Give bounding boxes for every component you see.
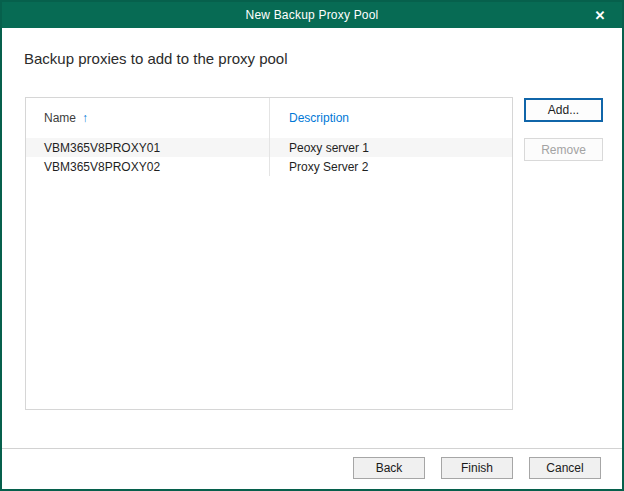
close-icon[interactable]: ✕ [587, 2, 613, 28]
page-title: Backup proxies to add to the proxy pool [24, 50, 288, 67]
row-name-cell: VBM365V8PROXY02 [26, 157, 270, 176]
row-description-cell: Proxy Server 2 [270, 157, 512, 176]
cancel-button[interactable]: Cancel [529, 457, 601, 479]
column-header-name[interactable]: Name ↑ [26, 98, 270, 138]
column-header-description-label: Description [289, 111, 349, 125]
footer-divider [2, 448, 622, 449]
dialog-new-backup-proxy-pool: New Backup Proxy Pool ✕ Backup proxies t… [0, 0, 624, 491]
column-header-description[interactable]: Description [270, 98, 512, 138]
titlebar[interactable]: New Backup Proxy Pool ✕ [2, 2, 622, 28]
remove-button[interactable]: Remove [524, 138, 603, 161]
row-description-cell: Peoxy server 1 [270, 138, 512, 157]
column-header-name-label: Name [44, 111, 76, 125]
add-button[interactable]: Add... [524, 98, 603, 122]
table-row[interactable]: VBM365V8PROXY02 Proxy Server 2 [26, 157, 512, 176]
row-name-cell: VBM365V8PROXY01 [26, 138, 270, 157]
table-row[interactable]: VBM365V8PROXY01 Peoxy server 1 [26, 138, 512, 157]
table-header-row: Name ↑ Description [26, 98, 512, 138]
window-title: New Backup Proxy Pool [246, 8, 379, 22]
sort-ascending-icon: ↑ [82, 111, 88, 125]
back-button[interactable]: Back [353, 457, 425, 479]
proxy-table: Name ↑ Description VBM365V8PROXY01 Peoxy… [25, 97, 513, 410]
finish-button[interactable]: Finish [441, 457, 513, 479]
